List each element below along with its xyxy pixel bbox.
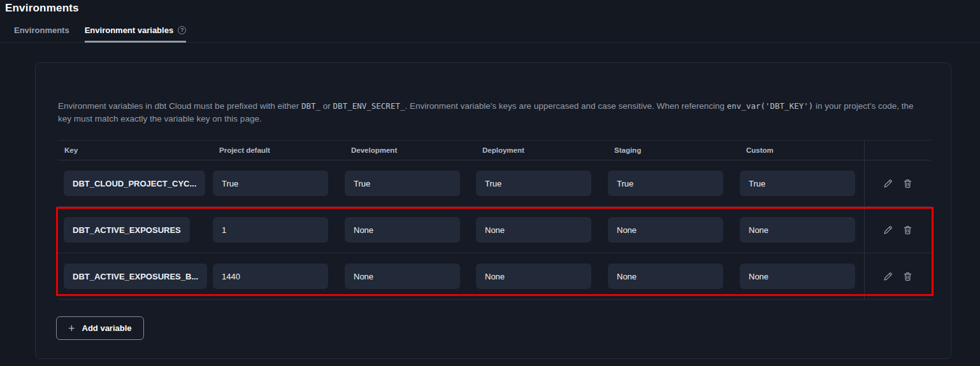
edit-variable-button[interactable] xyxy=(883,178,893,189)
edit-variable-button[interactable] xyxy=(883,225,893,236)
table-row: DBT_ACTIVE_EXPOSURES 1 None None None No… xyxy=(58,207,931,253)
trash-icon xyxy=(902,225,913,236)
project-default-value: 1440 xyxy=(213,264,328,289)
development-value: None xyxy=(345,264,460,289)
description-text: Environment variables in dbt Cloud must … xyxy=(58,101,301,111)
table-row: DBT_ACTIVE_EXPOSURES_B... 1440 None None… xyxy=(58,253,931,300)
trash-icon xyxy=(902,271,913,282)
pencil-icon xyxy=(883,178,893,189)
column-header-deployment: Deployment xyxy=(476,141,608,160)
tab-environments-label: Environments xyxy=(14,25,69,35)
column-header-staging: Staging xyxy=(608,141,740,160)
column-header-key: Key xyxy=(58,141,213,160)
tab-environments[interactable]: Environments xyxy=(14,25,69,43)
variable-key-value: DBT_CLOUD_PROJECT_CYC... xyxy=(64,171,205,196)
custom-value: None xyxy=(740,264,855,289)
staging-value: True xyxy=(608,171,723,196)
deployment-value: True xyxy=(476,171,591,196)
development-value: None xyxy=(345,217,460,243)
pencil-icon xyxy=(883,225,893,236)
column-header-actions xyxy=(864,141,931,160)
custom-value: None xyxy=(740,217,855,243)
variables-table: Key Project default Development Deployme… xyxy=(58,140,931,300)
project-default-value: 1 xyxy=(213,217,328,243)
pencil-icon xyxy=(883,271,893,282)
column-header-development: Development xyxy=(345,141,476,160)
description-text: or xyxy=(321,101,333,111)
column-header-project-default: Project default xyxy=(213,141,345,160)
add-variable-label: Add variable xyxy=(82,323,132,333)
delete-variable-button[interactable] xyxy=(902,178,913,189)
trash-icon xyxy=(902,178,913,189)
description-code-dbt-prefix: DBT_ xyxy=(301,101,321,111)
custom-value: True xyxy=(740,171,855,196)
description-code-env-var: env_var('DBT_KEY') xyxy=(727,101,813,111)
staging-value: None xyxy=(608,264,723,289)
plus-icon: + xyxy=(68,323,75,334)
project-default-value: True xyxy=(213,171,328,196)
table-header-row: Key Project default Development Deployme… xyxy=(58,140,931,160)
tab-environment-variables-label: Environment variables xyxy=(85,25,173,35)
add-variable-button[interactable]: + Add variable xyxy=(56,316,144,340)
table-row: DBT_CLOUD_PROJECT_CYC... True True True … xyxy=(58,160,931,207)
environment-variables-panel: Environment variables in dbt Cloud must … xyxy=(35,62,951,359)
variable-key-value: DBT_ACTIVE_EXPOSURES xyxy=(64,217,190,243)
development-value: True xyxy=(345,171,460,196)
help-circle-icon[interactable]: ? xyxy=(178,26,186,34)
tab-bar: Environments Environment variables ? xyxy=(0,25,980,43)
edit-variable-button[interactable] xyxy=(883,271,893,282)
deployment-value: None xyxy=(476,217,591,243)
page-title: Environments xyxy=(0,0,980,15)
tab-environment-variables[interactable]: Environment variables ? xyxy=(85,25,186,43)
delete-variable-button[interactable] xyxy=(902,271,913,282)
delete-variable-button[interactable] xyxy=(902,225,913,236)
column-header-custom: Custom xyxy=(740,141,864,160)
panel-description: Environment variables in dbt Cloud must … xyxy=(58,100,925,125)
deployment-value: None xyxy=(476,264,591,289)
description-text: . Environment variable's keys are upperc… xyxy=(405,101,726,111)
staging-value: None xyxy=(608,217,723,243)
variable-key-value: DBT_ACTIVE_EXPOSURES_B... xyxy=(64,264,207,289)
description-code-secret-prefix: DBT_ENV_SECRET_ xyxy=(333,101,405,111)
